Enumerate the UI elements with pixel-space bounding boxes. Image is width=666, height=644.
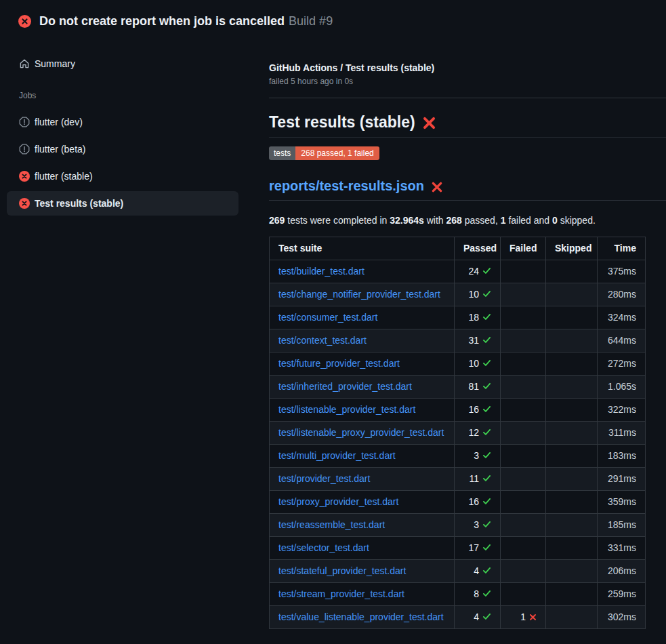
table-row: test/stream_provider_test.dart 8 259ms	[270, 583, 646, 606]
time-cell: 644ms	[598, 329, 646, 353]
time-cell: 280ms	[598, 283, 646, 306]
skipped-cell	[546, 537, 598, 560]
failed-x-icon	[431, 181, 443, 193]
skipped-cell	[546, 468, 598, 491]
sidebar-item-flutter-stable[interactable]: flutter (stable)	[7, 164, 238, 188]
test-suite-link[interactable]: test/listenable_provider_test.dart	[278, 404, 415, 415]
run-summary: 269 tests were completed in 32.964s with…	[269, 215, 666, 226]
test-suite-link[interactable]: test/listenable_proxy_provider_test.dart	[278, 427, 444, 438]
table-row: test/provider_test.dart 11 291ms	[270, 468, 646, 491]
check-icon	[482, 428, 491, 437]
x-icon	[529, 613, 537, 621]
table-row: test/builder_test.dart 24 375ms	[270, 260, 646, 283]
page-header: Do not create report when job is cancell…	[0, 0, 666, 38]
test-suite-link[interactable]: test/consumer_test.dart	[278, 312, 377, 323]
summary-text: skipped.	[558, 215, 596, 226]
sidebar: Summary Jobs flutter (dev) flut	[0, 38, 257, 218]
test-suite-link[interactable]: test/context_test.dart	[278, 335, 367, 346]
check-icon	[482, 543, 491, 552]
skipped-cell	[546, 514, 598, 537]
sidebar-item-flutter-dev[interactable]: flutter (dev)	[7, 110, 238, 134]
check-icon	[482, 520, 491, 529]
skipped-cell	[546, 422, 598, 445]
test-suite-link[interactable]: test/multi_provider_test.dart	[278, 450, 396, 461]
test-suite-link[interactable]: test/builder_test.dart	[278, 266, 365, 277]
table-row: test/proxy_provider_test.dart 16 359ms	[270, 491, 646, 514]
failed-cell	[501, 399, 546, 422]
table-row: test/context_test.dart 31 644ms	[270, 329, 646, 353]
tests-badge: tests268 passed, 1 failed	[269, 146, 379, 160]
table-row: test/inherited_provider_test.dart 81 1.0…	[270, 376, 646, 399]
table-row: test/value_listenable_provider_test.dart…	[270, 606, 646, 629]
sidebar-item-label: flutter (beta)	[35, 144, 85, 155]
col-header-failed: Failed	[501, 237, 546, 260]
check-icon	[482, 336, 491, 344]
divider	[269, 98, 666, 98]
test-suite-link[interactable]: test/proxy_provider_test.dart	[278, 496, 398, 507]
failed-cell	[501, 283, 546, 306]
sidebar-item-test-results-stable[interactable]: Test results (stable)	[7, 191, 238, 216]
skipped-count: 0	[552, 215, 558, 226]
build-number: Build #9	[289, 14, 333, 28]
time-cell: 375ms	[598, 260, 646, 283]
test-suite-link[interactable]: test/provider_test.dart	[278, 473, 370, 484]
total-duration: 32.964s	[390, 215, 424, 226]
passed-cell: 4	[455, 560, 501, 583]
failed-circle-icon	[19, 198, 30, 209]
table-row: test/listenable_proxy_provider_test.dart…	[270, 422, 646, 445]
check-icon	[482, 313, 491, 321]
summary-text: with	[424, 215, 446, 226]
time-cell: 311ms	[598, 422, 646, 445]
check-icon	[482, 266, 491, 275]
failed-cell	[501, 260, 546, 283]
test-suite-link[interactable]: test/selector_test.dart	[278, 542, 369, 553]
failed-cell	[501, 560, 546, 583]
passed-cell: 10	[455, 353, 501, 376]
time-cell: 331ms	[598, 537, 646, 560]
passed-cell: 12	[455, 422, 501, 445]
total-tests-count: 269	[269, 215, 285, 226]
test-suite-link[interactable]: test/future_provider_test.dart	[278, 358, 400, 369]
test-suite-link[interactable]: test/change_notifier_provider_test.dart	[278, 289, 440, 300]
failed-cell	[501, 537, 546, 560]
passed-cell: 11	[455, 468, 501, 491]
check-icon	[482, 612, 491, 621]
sidebar-item-label: flutter (stable)	[35, 171, 93, 182]
check-icon	[482, 474, 491, 483]
skipped-cell	[546, 445, 598, 468]
failed-cell	[501, 491, 546, 514]
time-cell: 185ms	[598, 514, 646, 537]
skipped-cell	[546, 606, 598, 629]
test-suite-link[interactable]: test/value_listenable_provider_test.dart	[278, 611, 444, 622]
time-cell: 291ms	[598, 468, 646, 491]
failed-cell	[501, 422, 546, 445]
sidebar-item-summary[interactable]: Summary	[7, 52, 238, 76]
check-icon	[482, 451, 491, 460]
badge-value: 268 passed, 1 failed	[295, 146, 379, 160]
time-cell: 272ms	[598, 353, 646, 376]
breadcrumb: GitHub Actions / Test results (stable)	[269, 62, 666, 73]
test-suite-link[interactable]: test/stream_provider_test.dart	[278, 588, 404, 599]
table-row: test/future_provider_test.dart 10 272ms	[270, 353, 646, 376]
sidebar-item-flutter-beta[interactable]: flutter (beta)	[7, 137, 238, 161]
summary-text: passed,	[462, 215, 501, 226]
passed-cell: 31	[455, 329, 501, 353]
failed-circle-icon	[19, 171, 30, 182]
failed-x-icon	[422, 116, 436, 130]
failed-cell	[501, 468, 546, 491]
report-file-link[interactable]: reports/test-results.json	[269, 178, 424, 194]
table-row: test/selector_test.dart 17 331ms	[270, 537, 646, 560]
check-icon	[482, 289, 491, 298]
failed-cell	[501, 329, 546, 353]
passed-cell: 81	[455, 376, 501, 399]
test-suite-link[interactable]: test/reassemble_test.dart	[278, 519, 385, 530]
table-row: test/reassemble_test.dart 3 185ms	[270, 514, 646, 537]
run-status-line: failed 5 hours ago in 0s	[269, 77, 666, 86]
time-cell: 206ms	[598, 560, 646, 583]
test-suite-link[interactable]: test/stateful_provider_test.dart	[278, 565, 406, 576]
passed-cell: 8	[455, 583, 501, 606]
time-cell: 183ms	[598, 445, 646, 468]
table-row: test/stateful_provider_test.dart 4 206ms	[270, 560, 646, 583]
skipped-cell	[546, 399, 598, 422]
test-suite-link[interactable]: test/inherited_provider_test.dart	[278, 381, 412, 392]
